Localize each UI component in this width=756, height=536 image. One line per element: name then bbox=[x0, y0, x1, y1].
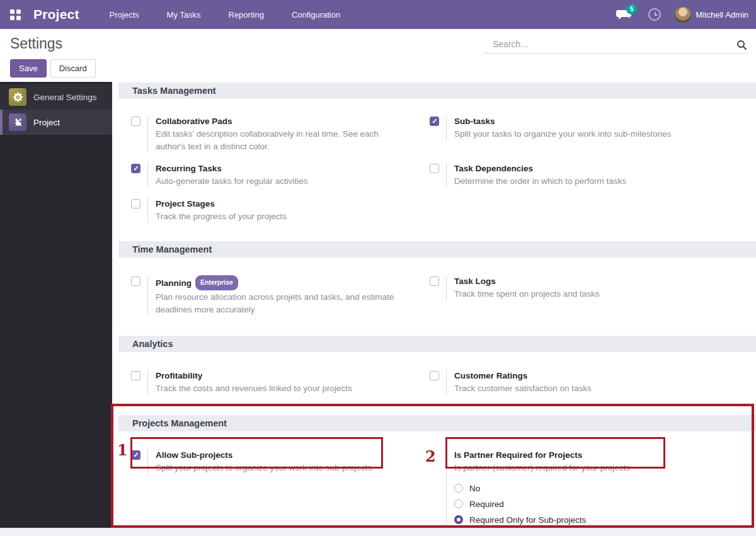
setting-label[interactable]: Sub-tasks bbox=[454, 115, 671, 127]
setting-collaborative-pads: Collaborative Pads Edit tasks' descripti… bbox=[131, 115, 430, 152]
setting-label[interactable]: Is Partner Required for Projects bbox=[454, 449, 630, 461]
enterprise-badge[interactable]: Enterprise bbox=[195, 275, 238, 290]
setting-desc: Edit tasks' description collaboratively … bbox=[156, 128, 394, 152]
settings-content: Tasks Management Collaborative Pads Edit… bbox=[112, 82, 756, 528]
bottom-strip bbox=[0, 528, 756, 536]
avatar bbox=[675, 6, 691, 23]
nav-menus: Projects My Tasks Reporting Configuratio… bbox=[110, 10, 341, 20]
radio-option-no[interactable]: No bbox=[454, 482, 630, 494]
radio-circle[interactable] bbox=[454, 484, 463, 493]
setting-desc: Track the costs and revenues linked to y… bbox=[156, 382, 352, 395]
setting-customer-ratings: Customer Ratings Track customer satisfac… bbox=[430, 370, 756, 395]
section-header-time-management: Time Management bbox=[118, 241, 756, 258]
project-settings-page: Project Projects My Tasks Reporting Conf… bbox=[0, 0, 756, 536]
setting-label-text: Planning bbox=[156, 278, 192, 288]
setting-label[interactable]: Project Stages bbox=[156, 198, 287, 210]
projects-management-grid: Allow Sub-projects Split your projects t… bbox=[112, 449, 756, 528]
tasks-management-grid: Collaborative Pads Edit tasks' descripti… bbox=[112, 115, 756, 222]
apps-menu-icon[interactable] bbox=[10, 9, 21, 20]
setting-desc: Track the progress of your projects bbox=[156, 210, 287, 223]
customer-ratings-checkbox[interactable] bbox=[430, 371, 439, 380]
control-panel: Settings Save Discard bbox=[0, 29, 756, 82]
setting-task-logs: Task Logs Track time spent on projects a… bbox=[430, 275, 756, 316]
setting-allow-sub-projects: Allow Sub-projects Split your projects t… bbox=[131, 449, 430, 528]
section-header-analytics: Analytics bbox=[118, 336, 756, 352]
radio-option-required[interactable]: Required bbox=[454, 498, 630, 510]
save-button[interactable]: Save bbox=[10, 59, 47, 77]
sub-tasks-checkbox[interactable] bbox=[430, 117, 439, 126]
setting-desc: Track time spent on projects and tasks bbox=[454, 288, 600, 300]
sidebar-item-project[interactable]: Project bbox=[0, 110, 112, 135]
setting-desc: Split your projects to organize your wor… bbox=[156, 462, 372, 474]
recurring-tasks-checkbox[interactable] bbox=[131, 164, 140, 173]
messages-icon[interactable]: 5 bbox=[616, 6, 634, 23]
task-dependencies-checkbox[interactable] bbox=[430, 164, 439, 173]
radio-circle[interactable] bbox=[454, 499, 463, 508]
setting-label[interactable]: Task Logs bbox=[454, 275, 600, 287]
section-header-projects-management: Projects Management bbox=[118, 415, 756, 431]
sidebar-item-label: Project bbox=[33, 118, 60, 127]
setting-desc: Determine the order in which to perform … bbox=[454, 175, 626, 188]
profitability-checkbox[interactable] bbox=[131, 371, 140, 380]
radio-circle[interactable] bbox=[454, 515, 463, 524]
partner-required-radio-group: No Required Required Only for Sub-projec… bbox=[454, 482, 630, 526]
planning-checkbox[interactable] bbox=[131, 277, 140, 286]
analytics-grid: Profitability Track the costs and revenu… bbox=[112, 370, 756, 395]
setting-sub-tasks: Sub-tasks Split your tasks to organize y… bbox=[430, 115, 756, 152]
sidebar-item-general-settings[interactable]: General Settings bbox=[0, 84, 112, 110]
radio-label: Required Only for Sub-projects bbox=[469, 515, 586, 525]
search-box bbox=[484, 37, 748, 54]
setting-desc: Split your tasks to organize your work i… bbox=[454, 128, 671, 140]
navbar-right: 5 Mitchell Admin bbox=[616, 6, 748, 23]
activity-clock-icon[interactable] bbox=[648, 8, 661, 21]
setting-label[interactable]: Allow Sub-projects bbox=[156, 449, 372, 461]
setting-desc: Auto-generate tasks for regular activiti… bbox=[156, 175, 308, 188]
puzzle-icon bbox=[9, 113, 26, 131]
setting-label[interactable]: Task Dependencies bbox=[454, 163, 626, 174]
search-input[interactable] bbox=[484, 37, 748, 54]
setting-project-stages: Project Stages Track the progress of you… bbox=[131, 198, 430, 223]
app-brand[interactable]: Project bbox=[33, 7, 79, 22]
setting-label[interactable]: Customer Ratings bbox=[454, 370, 592, 382]
setting-desc: Plan resource allocation across projets … bbox=[156, 291, 394, 316]
allow-sub-projects-checkbox[interactable] bbox=[131, 450, 140, 460]
time-management-grid: PlanningEnterprise Plan resource allocat… bbox=[112, 275, 756, 316]
user-menu[interactable]: Mitchell Admin bbox=[675, 6, 748, 23]
settings-sidebar: General Settings Project bbox=[0, 82, 112, 528]
setting-label[interactable]: Profitability bbox=[156, 370, 352, 382]
setting-profitability: Profitability Track the costs and revenu… bbox=[131, 370, 430, 395]
task-logs-checkbox[interactable] bbox=[430, 277, 439, 286]
radio-label: Required bbox=[469, 499, 504, 509]
setting-planning: PlanningEnterprise Plan resource allocat… bbox=[131, 275, 430, 316]
radio-label: No bbox=[469, 484, 480, 493]
collaborative-pads-checkbox[interactable] bbox=[131, 117, 140, 126]
setting-label[interactable]: Recurring Tasks bbox=[156, 163, 308, 174]
setting-desc: Is partner (customer) required for your … bbox=[454, 462, 630, 474]
setting-desc: Track customer satisfaction on tasks bbox=[454, 382, 592, 395]
setting-task-dependencies: Task Dependencies Determine the order in… bbox=[430, 163, 756, 188]
section-header-tasks-management: Tasks Management bbox=[118, 83, 756, 99]
project-stages-checkbox[interactable] bbox=[131, 199, 140, 208]
setting-recurring-tasks: Recurring Tasks Auto-generate tasks for … bbox=[131, 163, 430, 188]
menu-reporting[interactable]: Reporting bbox=[229, 10, 264, 20]
top-navbar: Project Projects My Tasks Reporting Conf… bbox=[0, 0, 756, 29]
setting-label[interactable]: PlanningEnterprise bbox=[156, 275, 394, 290]
search-icon[interactable] bbox=[736, 40, 747, 50]
sidebar-item-label: General Settings bbox=[33, 93, 97, 102]
control-buttons: Save Discard bbox=[10, 59, 756, 77]
radio-option-required-only-sub-projects[interactable]: Required Only for Sub-projects bbox=[454, 513, 630, 526]
gear-icon bbox=[9, 88, 26, 106]
user-name: Mitchell Admin bbox=[696, 10, 748, 20]
settings-main: General Settings Project Tasks Managemen… bbox=[0, 82, 756, 528]
menu-my-tasks[interactable]: My Tasks bbox=[167, 10, 201, 20]
menu-configuration[interactable]: Configuration bbox=[292, 10, 340, 20]
messages-count-badge: 5 bbox=[626, 4, 637, 14]
setting-label[interactable]: Collaborative Pads bbox=[156, 115, 394, 127]
discard-button[interactable]: Discard bbox=[50, 59, 96, 77]
setting-is-partner-required: Is Partner Required for Projects Is part… bbox=[430, 449, 756, 528]
menu-projects[interactable]: Projects bbox=[110, 10, 139, 20]
